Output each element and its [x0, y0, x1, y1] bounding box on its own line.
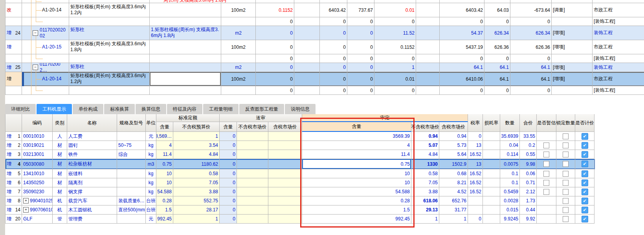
grid-cell[interactable]: 64.1	[484, 72, 510, 86]
grid-cell[interactable]: 综合	[117, 150, 146, 159]
grid-cell[interactable]: 载货汽车	[67, 196, 117, 205]
grid-cell[interactable]: 0	[484, 17, 510, 26]
grid-cell[interactable]: 100m2	[221, 72, 256, 86]
grid-cell[interactable]	[556, 178, 575, 187]
grid-cell[interactable]: 市政工程	[593, 40, 644, 54]
resource-row[interactable]: 增100010010人人工费元3,569…103569.390.940.9403…	[6, 132, 595, 141]
boq-row[interactable]: 0000000[装饰工程]	[6, 54, 644, 63]
boq-row[interactable]: 增25−011702002…矩形柱m2000164.164.164.1[增项]装…	[6, 63, 644, 72]
grid-cell[interactable]: 6403.42	[440, 3, 484, 17]
grid-cell[interactable]: 7.05	[173, 178, 220, 187]
grid-cell[interactable]: m3	[146, 159, 156, 169]
grid-cell[interactable]: 0	[347, 86, 374, 95]
grid-cell[interactable]: 0	[347, 72, 374, 86]
grid-cell[interactable]: 1502.9	[439, 159, 468, 169]
grid-cell[interactable]: 0	[220, 150, 237, 159]
grid-cell[interactable]: 0	[220, 169, 237, 178]
resource-grid[interactable]: 编码类别名称规格及型号单位标准定额含量不含税预算价送审含量不含税市场价含税市场价…	[5, 114, 595, 224]
grid-cell[interactable]: 16.52	[468, 169, 483, 178]
grid-cell[interactable]: 矩形柱模板(周长m) 支模高度3.6m内 1.2内	[69, 3, 150, 17]
grid-cell[interactable]	[468, 196, 483, 205]
boq-row[interactable]: 增A1-20-14矩形柱模板(周长m) 支模高度3.6m内 1.2内100m20…	[6, 72, 644, 86]
grid-cell[interactable]: 35090230	[22, 187, 53, 196]
priced-checkbox[interactable]: ✔	[582, 133, 588, 140]
grid-cell[interactable]: 0.58	[173, 169, 220, 178]
grid-cell[interactable]	[552, 54, 593, 63]
grid-cell[interactable]: 0	[347, 26, 374, 40]
grid-cell[interactable]: 增8	[6, 196, 22, 205]
grid-cell[interactable]: 0	[256, 17, 294, 26]
grid-cell[interactable]: 64.1	[440, 63, 484, 72]
grid-cell[interactable]: 64.1	[510, 63, 552, 72]
grid-cell[interactable]	[483, 150, 500, 159]
estimate-checkbox[interactable]	[543, 161, 549, 167]
grid-cell[interactable]: 0	[440, 86, 484, 95]
grid-cell[interactable]: 增14	[6, 205, 22, 215]
priced-checkbox[interactable]: ✔	[582, 207, 588, 213]
grid-cell[interactable]	[552, 17, 593, 26]
grid-cell[interactable]	[510, 0, 552, 3]
grid-cell[interactable]	[294, 63, 320, 72]
grid-cell[interactable]	[347, 0, 374, 3]
grid-cell[interactable]: [装饰工程]	[593, 86, 644, 95]
grid-cell[interactable]	[537, 205, 556, 215]
grid-cell[interactable]: 1	[173, 132, 220, 141]
grid-cell[interactable]: 626.36	[510, 40, 552, 54]
lock-quantity-checkbox[interactable]	[563, 142, 569, 148]
grid-cell[interactable]: 0.75	[302, 159, 411, 169]
grid-cell[interactable]: ✔	[575, 159, 594, 169]
grid-cell[interactable]: 4.84	[173, 150, 220, 159]
grid-cell[interactable]: 0	[347, 63, 374, 72]
grid-cell[interactable]: 0	[320, 17, 347, 26]
priced-checkbox[interactable]: ✔	[582, 170, 588, 177]
grid-cell[interactable]	[483, 205, 500, 215]
grid-cell[interactable]: 增6	[6, 178, 22, 187]
grid-cell[interactable]	[268, 132, 302, 141]
grid-cell[interactable]	[556, 159, 575, 169]
grid-cell[interactable]: 钢支撑	[67, 187, 117, 196]
lock-quantity-checkbox[interactable]	[563, 161, 569, 167]
grid-cell[interactable]: 5437.19	[440, 40, 484, 54]
grid-cell[interactable]	[556, 215, 575, 224]
grid-cell[interactable]: A1-20-14	[22, 3, 69, 17]
grid-cell[interactable]	[69, 54, 150, 63]
grid-cell[interactable]: [增项]	[552, 26, 593, 40]
grid-cell[interactable]	[237, 150, 268, 159]
grid-cell[interactable]: 0.75	[156, 159, 173, 169]
grid-cell[interactable]: 0	[510, 86, 552, 95]
grid-cell[interactable]: 4	[156, 141, 173, 150]
grid-cell[interactable]	[294, 86, 320, 95]
grid-cell[interactable]: 0.015	[500, 205, 520, 215]
grid-cell[interactable]	[537, 150, 556, 159]
grid-cell[interactable]: ✔	[575, 178, 594, 187]
grid-cell[interactable]	[440, 0, 484, 3]
grid-cell[interactable]	[150, 54, 221, 63]
grid-cell[interactable]: 台班	[146, 196, 156, 205]
grid-cell[interactable]: 100m2	[221, 3, 256, 17]
grid-cell[interactable]	[416, 26, 440, 40]
grid-cell[interactable]: 0.44	[520, 205, 537, 215]
grid-cell[interactable]: 增24	[6, 26, 22, 40]
grid-cell[interactable]: 0.94	[411, 132, 439, 141]
grid-cell[interactable]: 0	[320, 26, 347, 40]
grid-cell[interactable]	[556, 169, 575, 178]
grid-cell[interactable]: 0	[220, 178, 237, 187]
grid-cell[interactable]: 增	[6, 40, 22, 54]
lock-quantity-checkbox[interactable]	[563, 152, 569, 157]
grid-cell[interactable]: 0	[347, 54, 374, 63]
grid-cell[interactable]: 3569.39	[302, 132, 411, 141]
grid-cell[interactable]	[117, 178, 146, 187]
grid-cell[interactable]: 增5	[6, 169, 22, 178]
priced-checkbox[interactable]: ✔	[582, 189, 588, 195]
grid-cell[interactable]: 0	[256, 26, 294, 40]
expand-icon[interactable]: +	[23, 207, 29, 213]
grid-cell[interactable]: 4.84	[411, 150, 439, 159]
grid-cell[interactable]: 隔离剂	[67, 178, 117, 187]
grid-cell[interactable]: 0	[256, 86, 294, 95]
grid-cell[interactable]: 0.04	[500, 141, 520, 150]
grid-cell[interactable]: −011702002002	[22, 26, 69, 40]
grid-cell[interactable]: 圆钉	[67, 141, 117, 150]
grid-cell[interactable]: 矩形柱	[69, 26, 150, 40]
grid-cell[interactable]: 机	[53, 205, 67, 215]
grid-cell[interactable]: 626.34	[510, 26, 552, 40]
